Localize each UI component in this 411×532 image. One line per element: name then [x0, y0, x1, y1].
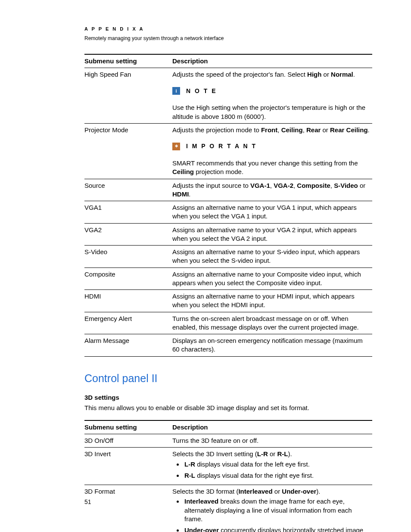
setting-desc: Adjusts the speed of the projector's fan…	[172, 68, 372, 81]
important-body: SMART recommends that you never change t…	[172, 157, 372, 179]
important-label: I M P O R T A N T	[186, 142, 257, 150]
table-row: S-Video Assigns an alternative name to y…	[84, 246, 372, 268]
section-intro: This menu allows you to enable or disabl…	[84, 404, 372, 412]
setting-desc: Adjusts the projection mode to Front, Ce…	[172, 123, 372, 137]
document-page: A P P E N D I X A Remotely managing your…	[0, 0, 411, 532]
subsection-heading: 3D settings	[84, 393, 372, 402]
col-header-setting: Submenu setting	[84, 420, 172, 434]
table-row: 3D Invert Selects the 3D Invert setting …	[84, 448, 372, 485]
page-subtitle: Remotely managing your system through a …	[84, 35, 372, 42]
setting-desc: Turns the on-screen alert broadcast mess…	[172, 312, 372, 334]
setting-desc: Selects the 3D Invert setting (L-R or R-…	[172, 448, 372, 485]
setting-name: 3D Format	[84, 485, 172, 532]
table-row: Composite Assigns an alternative name to…	[84, 268, 372, 290]
setting-name: Composite	[84, 268, 172, 290]
table-row: Projector Mode Adjusts the projection mo…	[84, 123, 372, 137]
list-item: Interleaved breaks down the image frame …	[184, 497, 371, 523]
col-header-description: Description	[172, 54, 372, 68]
table-row: Use the High setting when the projector'…	[84, 101, 372, 123]
table-row: High Speed Fan Adjusts the speed of the …	[84, 68, 372, 81]
setting-desc: Selects the 3D format (Interleaved or Un…	[172, 485, 372, 532]
setting-name: Alarm Message	[84, 334, 172, 357]
setting-desc: Assigns an alternative name to your S-vi…	[172, 246, 372, 268]
table-row: SMART recommends that you never change t…	[84, 157, 372, 179]
important-callout: ✶ I M P O R T A N T	[172, 142, 371, 150]
table-row: HDMI Assigns an alternative name to your…	[84, 290, 372, 312]
note-body: Use the High setting when the projector'…	[172, 101, 372, 123]
settings-table-2: Submenu setting Description 3D On/Off Tu…	[84, 420, 372, 532]
setting-name: Source	[84, 179, 172, 201]
important-icon: ✶	[172, 143, 180, 150]
setting-name: 3D Invert	[84, 448, 172, 485]
setting-name: Emergency Alert	[84, 312, 172, 334]
setting-name: High Speed Fan	[84, 68, 172, 81]
table-row: ✶ I M P O R T A N T	[84, 137, 372, 157]
appendix-label: A P P E N D I X A	[84, 26, 372, 32]
table-row: 3D On/Off Turns the 3D feature on or off…	[84, 434, 372, 448]
setting-desc: Displays an on-screen emergency notifica…	[172, 334, 372, 357]
setting-desc: Assigns an alternative name to your VGA …	[172, 201, 372, 224]
col-header-setting: Submenu setting	[84, 54, 172, 68]
setting-desc: Turns the 3D feature on or off.	[172, 434, 372, 448]
setting-desc: Assigns an alternative name to your VGA …	[172, 223, 372, 246]
table-row: i N O T E	[84, 81, 372, 102]
list-item: R-L displays visual data for the right e…	[184, 471, 371, 480]
list-item: Under-over concurrently displays horizon…	[184, 526, 371, 532]
note-callout: i N O T E	[172, 87, 371, 95]
setting-desc: Assigns an alternative name to your HDMI…	[172, 290, 372, 312]
list-item: L-R displays visual data for the left ey…	[184, 460, 371, 469]
setting-name: S-Video	[84, 246, 172, 268]
table-row: VGA2 Assigns an alternative name to your…	[84, 223, 372, 246]
setting-name: VGA2	[84, 223, 172, 246]
page-number: 51	[84, 498, 91, 506]
table-row: 3D Format Selects the 3D format (Interle…	[84, 485, 372, 532]
section-heading: Control panel II	[84, 371, 372, 386]
setting-desc: Assigns an alternative name to your Comp…	[172, 268, 372, 290]
col-header-description: Description	[172, 420, 372, 434]
setting-name: VGA1	[84, 201, 172, 224]
note-label: N O T E	[186, 87, 217, 95]
setting-name: Projector Mode	[84, 123, 172, 137]
setting-name: HDMI	[84, 290, 172, 312]
table-row: Source Adjusts the input source to VGA-1…	[84, 179, 372, 201]
table-row: VGA1 Assigns an alternative name to your…	[84, 201, 372, 224]
table-row: Emergency Alert Turns the on-screen aler…	[84, 312, 372, 334]
info-icon: i	[172, 87, 180, 95]
settings-table-1: Submenu setting Description High Speed F…	[84, 54, 372, 357]
table-row: Alarm Message Displays an on-screen emer…	[84, 334, 372, 357]
setting-desc: Adjusts the input source to VGA-1, VGA-2…	[172, 179, 372, 201]
setting-name: 3D On/Off	[84, 434, 172, 448]
